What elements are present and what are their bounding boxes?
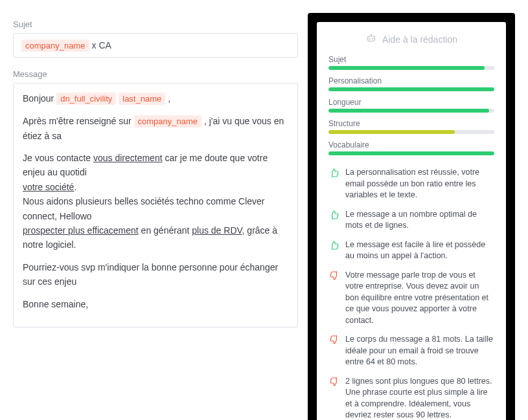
subject-label: Sujet	[13, 19, 298, 29]
message-text: Bonne semaine,	[23, 297, 288, 311]
score-row: Personalisation	[328, 76, 494, 91]
feedback-item: Le corps du message a 81 mots. La taille…	[328, 334, 494, 368]
subject-input[interactable]: company_name x CA	[13, 33, 298, 58]
score-bar-fill	[328, 87, 494, 91]
feedback-text: Le message est facile à lire et possède …	[345, 239, 494, 262]
svg-point-1	[369, 38, 371, 39]
feedback-item: Votre message parle trop de vous et votr…	[328, 270, 494, 327]
message-text-underline: plus de RDV	[192, 225, 242, 236]
score-bar-fill	[328, 109, 489, 113]
thumb-up-icon	[328, 168, 340, 179]
message-text: ,	[168, 93, 170, 104]
feedback-text: Le message a un nombre optimal de mots e…	[345, 209, 494, 232]
message-text-underline: votre société	[23, 182, 74, 192]
score-bar	[328, 66, 494, 70]
variable-token-company[interactable]: company_name	[21, 39, 89, 52]
message-label: Message	[13, 69, 298, 79]
score-row: Sujet	[328, 55, 494, 70]
svg-point-4	[371, 34, 372, 35]
score-bar	[328, 109, 494, 113]
score-label: Structure	[328, 119, 494, 128]
message-text: en générant	[139, 225, 192, 236]
editor-area: Sujet company_name x CA Message Bonjour …	[0, 0, 311, 340]
variable-token-civility[interactable]: dn_full_civility	[56, 93, 116, 105]
feedback-list: La personnalisation est réussie, votre e…	[328, 167, 494, 420]
thumb-up-icon	[328, 210, 340, 221]
feedback-text: Le corps du message a 81 mots. La taille…	[345, 334, 494, 368]
message-text: Bonjour	[23, 93, 54, 104]
message-text: Pourriez-vous svp m'indiquer la bonne pe…	[23, 260, 288, 289]
message-text-underline: prospecter plus efficacement	[23, 225, 139, 236]
feedback-item: Le message a un nombre optimal de mots e…	[328, 209, 494, 232]
score-label: Personalisation	[328, 76, 494, 85]
writing-assist-panel: Aide à la rédaction SujetPersonalisation…	[317, 22, 506, 420]
feedback-text: La personnalisation est réussie, votre e…	[345, 167, 494, 201]
score-label: Vocabulaire	[328, 140, 494, 149]
thumb-down-icon	[328, 271, 340, 282]
score-bar-fill	[328, 130, 455, 134]
score-bar	[328, 130, 494, 134]
feedback-item: 2 lignes sont plus longues que 80 lettre…	[328, 376, 494, 421]
assist-panel-frame: Aide à la rédaction SujetPersonalisation…	[308, 13, 515, 420]
score-list: SujetPersonalisationLongueurStructureVoc…	[328, 55, 494, 155]
score-bar	[328, 87, 494, 91]
score-bar	[328, 151, 494, 155]
score-bar-fill	[328, 151, 494, 155]
thumb-up-icon	[328, 240, 340, 252]
message-textarea[interactable]: Bonjour dn_full_civility last_name , Apr…	[13, 83, 298, 327]
svg-rect-0	[368, 36, 375, 41]
feedback-text: Votre message parle trop de vous et votr…	[345, 270, 494, 327]
svg-point-2	[372, 38, 373, 39]
message-text: Nous aidons plusieurs belles sociétés te…	[23, 196, 265, 221]
feedback-item: Le message est facile à lire et possède …	[328, 239, 494, 262]
score-bar-fill	[328, 66, 485, 70]
assist-panel-title: Aide à la rédaction	[328, 32, 494, 46]
score-label: Longueur	[328, 98, 494, 107]
score-row: Longueur	[328, 98, 494, 113]
variable-token-lastname[interactable]: last_name	[119, 93, 165, 105]
thumb-down-icon	[328, 335, 340, 346]
thumb-down-icon	[328, 377, 340, 388]
robot-icon	[365, 32, 377, 46]
message-text: Je vous contacte	[23, 153, 93, 163]
score-row: Structure	[328, 119, 494, 134]
message-text-underline: vous directement	[93, 153, 163, 163]
message-text: .	[74, 182, 76, 192]
variable-token-company[interactable]: company_name	[134, 115, 202, 127]
feedback-text: 2 lignes sont plus longues que 80 lettre…	[345, 376, 494, 421]
score-label: Sujet	[328, 55, 494, 64]
score-row: Vocabulaire	[328, 140, 494, 155]
feedback-item: La personnalisation est réussie, votre e…	[328, 167, 494, 201]
subject-text: x CA	[92, 40, 111, 50]
message-text: Après m'être renseigné sur	[23, 116, 132, 126]
assist-panel-title-text: Aide à la rédaction	[382, 34, 457, 45]
